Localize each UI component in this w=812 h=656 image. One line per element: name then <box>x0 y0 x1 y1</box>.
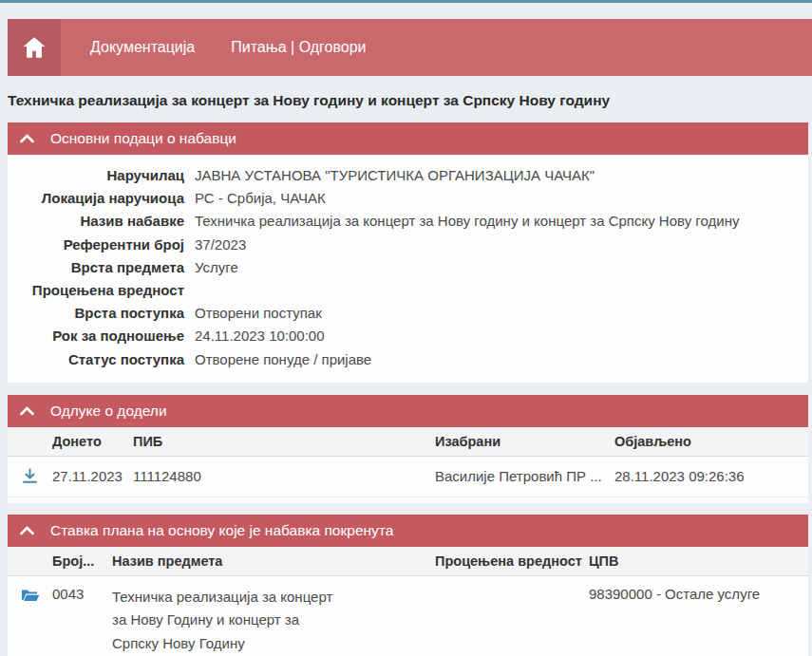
field-label: Назив набавке <box>8 210 184 233</box>
cell-doneto: 27.11.2023 <box>52 468 133 484</box>
folder-open-icon[interactable] <box>8 589 52 604</box>
field-label: Врста поступка <box>8 302 184 325</box>
decision-table-row: 27.11.2023 111124880 Василије Петровић П… <box>8 457 808 497</box>
download-icon[interactable] <box>8 468 52 484</box>
section-header-basic-data[interactable]: Основни подаци о набавци <box>8 122 808 155</box>
field-label: Процењена вредност <box>8 279 184 302</box>
field-value: ЈАВНА УСТАНОВА "ТУРИСТИЧКА ОРГАНИЗАЦИЈА … <box>195 164 595 187</box>
column-header-izabrani: Изабрани <box>435 434 614 449</box>
column-header-naziv-predmeta: Назив предмета <box>112 553 435 569</box>
nav-item-dokumentacija[interactable]: Документација <box>85 19 200 76</box>
cell-izabrani: Василије Петровић ПР ... <box>435 468 614 484</box>
decisions-panel: Донето ПИБ Изабрани Објављено 27.11.2023… <box>8 427 808 503</box>
home-icon <box>22 36 47 59</box>
column-header-doneto: Донето <box>52 434 133 449</box>
section-title: Одлуке о додели <box>50 403 167 420</box>
chevron-up-icon <box>20 134 34 143</box>
page-title: Техничка реализација за концерт за Нову … <box>8 90 804 111</box>
home-button[interactable] <box>8 19 61 76</box>
field-lokacija-narucioca: Локација наручиоца РС - Србија, ЧАЧАК <box>8 187 808 210</box>
field-value: Отворене понуде / пријаве <box>195 348 371 371</box>
column-header-objavljeno: Објављено <box>614 434 808 449</box>
field-label: Локација наручиоца <box>8 187 184 210</box>
field-value: 24.11.2023 10:00:00 <box>195 325 325 347</box>
section-title: Основни подаци о набавци <box>50 130 236 147</box>
field-value: Отворени поступак <box>195 302 322 325</box>
cell-naziv-predmeta: Техничка реализација за концерт за Нову … <box>112 586 342 656</box>
plan-table-row: 0043 Техничка реализација за концерт за … <box>8 576 808 656</box>
field-label: Статус поступка <box>8 348 184 371</box>
field-value: Услуге <box>195 256 238 279</box>
decisions-table-header: Донето ПИБ Изабрани Објављено <box>8 427 808 457</box>
field-narucilac: Наручилац ЈАВНА УСТАНОВА "ТУРИСТИЧКА ОРГ… <box>8 164 808 187</box>
cell-pib: 111124880 <box>133 468 435 484</box>
field-label: Наручилац <box>8 164 184 187</box>
field-naziv-nabavke: Назив набавке Техничка реализација за ко… <box>8 210 808 233</box>
field-value: РС - Србија, ЧАЧАК <box>195 187 326 210</box>
field-procenjena-vrednost: Процењена вредност <box>8 279 808 302</box>
field-label: Врста предмета <box>8 256 184 279</box>
plan-table-header: Број... Назив предмета Процењена вреднос… <box>8 547 808 576</box>
field-vrsta-postupka: Врста поступка Отворени поступак <box>8 302 808 325</box>
cell-broj: 0043 <box>52 586 112 602</box>
column-header-cpv: ЦПВ <box>589 553 808 569</box>
field-status-postupka: Статус поступка Отворене понуде / пријав… <box>8 348 808 371</box>
field-label: Референтни број <box>8 234 184 256</box>
field-value: 37/2023 <box>195 234 246 256</box>
top-navigation: Документација Питања | Одговори <box>8 19 812 76</box>
field-referentni-broj: Референтни број 37/2023 <box>8 234 808 256</box>
chevron-up-icon <box>20 406 34 416</box>
column-header-broj: Број... <box>52 553 112 569</box>
field-label: Рок за подношење <box>8 325 184 347</box>
section-header-decisions[interactable]: Одлуке о додели <box>8 395 808 427</box>
basic-data-panel: Наручилац ЈАВНА УСТАНОВА "ТУРИСТИЧКА ОРГ… <box>8 155 808 383</box>
column-header-pib: ПИБ <box>133 434 435 449</box>
plan-item-panel: Број... Назив предмета Процењена вреднос… <box>8 547 808 656</box>
field-rok-za-podnosenje: Рок за подношење 24.11.2023 10:00:00 <box>8 325 808 347</box>
nav-item-pitanja-odgovori[interactable]: Питања | Одговори <box>225 19 371 76</box>
top-accent-line <box>0 0 812 3</box>
cell-cpv: 98390000 - Остале услуге <box>589 586 808 602</box>
section-title: Ставка плана на основу које је набавка п… <box>50 522 393 539</box>
section-header-plan-item[interactable]: Ставка плана на основу које је набавка п… <box>8 515 808 547</box>
column-header-procenjena-vrednost: Процењена вредност <box>435 553 589 569</box>
chevron-up-icon <box>20 526 34 535</box>
field-value: Техничка реализација за концерт за Нову … <box>195 210 739 233</box>
field-vrsta-predmeta: Врста предмета Услуге <box>8 256 808 279</box>
cell-objavljeno: 28.11.2023 09:26:36 <box>614 468 808 484</box>
